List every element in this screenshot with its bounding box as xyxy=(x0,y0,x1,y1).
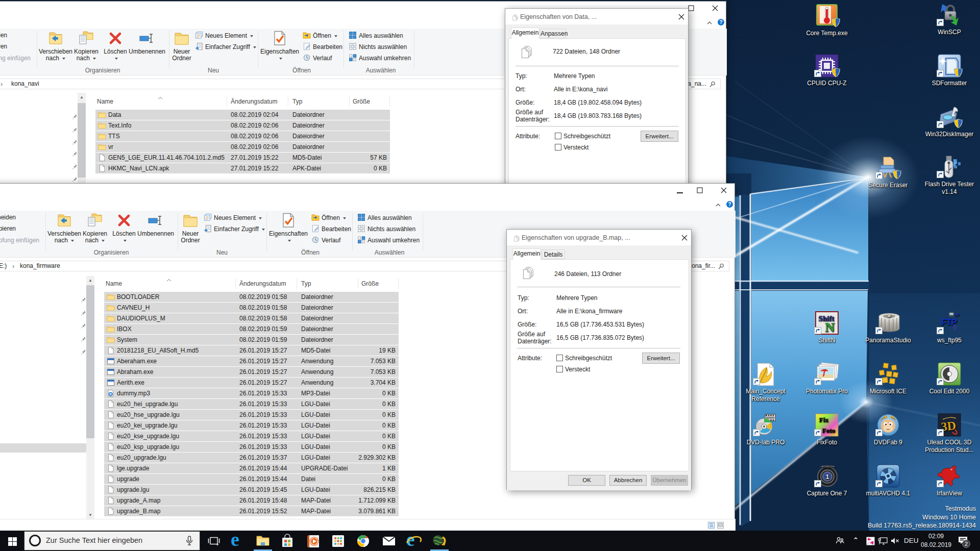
svg-text:M: M xyxy=(888,314,891,318)
svg-text:Foto: Foto xyxy=(822,427,835,434)
svg-text:N: N xyxy=(825,320,835,335)
svg-text:90: 90 xyxy=(955,313,959,316)
svg-text:CAPTURE ONE: CAPTURE ONE xyxy=(820,465,835,468)
svg-text:T: T xyxy=(871,541,874,545)
svg-text:1: 1 xyxy=(825,473,829,481)
svg-text:Fix: Fix xyxy=(819,416,829,423)
